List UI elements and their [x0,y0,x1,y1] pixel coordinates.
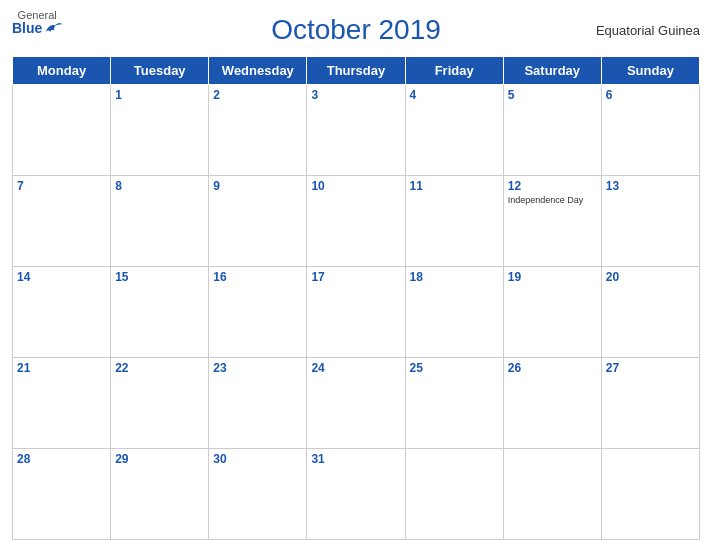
calendar-day-cell: 31 [307,449,405,540]
calendar-day-cell: 25 [405,358,503,449]
calendar-day-cell: 30 [209,449,307,540]
day-number: 26 [508,361,597,375]
calendar-day-cell [601,449,699,540]
calendar-day-cell: 24 [307,358,405,449]
calendar-day-cell [13,85,111,176]
weekday-header-thursday: Thursday [307,57,405,85]
calendar-day-cell: 6 [601,85,699,176]
calendar-day-cell: 17 [307,267,405,358]
calendar-week-row: 21222324252627 [13,358,700,449]
calendar-day-cell: 22 [111,358,209,449]
calendar-header: General Blue October 2019 Equatorial Gui… [12,10,700,50]
logo-blue-text: Blue [12,21,62,35]
holiday-label: Independence Day [508,195,597,206]
calendar-day-cell: 13 [601,176,699,267]
day-number: 30 [213,452,302,466]
calendar-day-cell: 4 [405,85,503,176]
day-number: 23 [213,361,302,375]
calendar-day-cell: 21 [13,358,111,449]
day-number: 2 [213,88,302,102]
calendar-day-cell: 16 [209,267,307,358]
calendar-day-cell: 3 [307,85,405,176]
weekday-header-sunday: Sunday [601,57,699,85]
day-number: 8 [115,179,204,193]
calendar-day-cell: 29 [111,449,209,540]
day-number: 14 [17,270,106,284]
day-number: 18 [410,270,499,284]
day-number: 22 [115,361,204,375]
calendar-day-cell: 23 [209,358,307,449]
calendar-wrapper: General Blue October 2019 Equatorial Gui… [0,0,712,550]
weekday-header-row: MondayTuesdayWednesdayThursdayFridaySatu… [13,57,700,85]
calendar-day-cell [503,449,601,540]
day-number: 27 [606,361,695,375]
day-number: 15 [115,270,204,284]
calendar-week-row: 789101112Independence Day13 [13,176,700,267]
weekday-header-monday: Monday [13,57,111,85]
weekday-header-tuesday: Tuesday [111,57,209,85]
calendar-day-cell: 2 [209,85,307,176]
calendar-day-cell: 19 [503,267,601,358]
calendar-day-cell: 10 [307,176,405,267]
calendar-week-row: 14151617181920 [13,267,700,358]
calendar-day-cell: 7 [13,176,111,267]
calendar-day-cell: 14 [13,267,111,358]
day-number: 11 [410,179,499,193]
calendar-day-cell [405,449,503,540]
calendar-day-cell: 26 [503,358,601,449]
calendar-day-cell: 9 [209,176,307,267]
calendar-table: MondayTuesdayWednesdayThursdayFridaySatu… [12,56,700,540]
generalblue-logo: General Blue [12,10,62,35]
day-number: 12 [508,179,597,193]
calendar-day-cell: 18 [405,267,503,358]
day-number: 16 [213,270,302,284]
calendar-day-cell: 8 [111,176,209,267]
calendar-day-cell: 15 [111,267,209,358]
calendar-week-row: 28293031 [13,449,700,540]
day-number: 20 [606,270,695,284]
calendar-day-cell: 5 [503,85,601,176]
day-number: 6 [606,88,695,102]
country-label: Equatorial Guinea [596,23,700,38]
calendar-week-row: 123456 [13,85,700,176]
day-number: 3 [311,88,400,102]
calendar-day-cell: 12Independence Day [503,176,601,267]
day-number: 1 [115,88,204,102]
day-number: 24 [311,361,400,375]
day-number: 5 [508,88,597,102]
day-number: 29 [115,452,204,466]
calendar-title: October 2019 [271,14,441,46]
calendar-day-cell: 27 [601,358,699,449]
weekday-header-friday: Friday [405,57,503,85]
weekday-header-saturday: Saturday [503,57,601,85]
calendar-day-cell: 28 [13,449,111,540]
day-number: 25 [410,361,499,375]
logo-bird-icon [44,21,62,35]
weekday-header-wednesday: Wednesday [209,57,307,85]
day-number: 7 [17,179,106,193]
day-number: 9 [213,179,302,193]
day-number: 4 [410,88,499,102]
calendar-day-cell: 11 [405,176,503,267]
day-number: 19 [508,270,597,284]
day-number: 10 [311,179,400,193]
calendar-day-cell: 20 [601,267,699,358]
day-number: 28 [17,452,106,466]
day-number: 17 [311,270,400,284]
day-number: 21 [17,361,106,375]
day-number: 31 [311,452,400,466]
day-number: 13 [606,179,695,193]
calendar-day-cell: 1 [111,85,209,176]
